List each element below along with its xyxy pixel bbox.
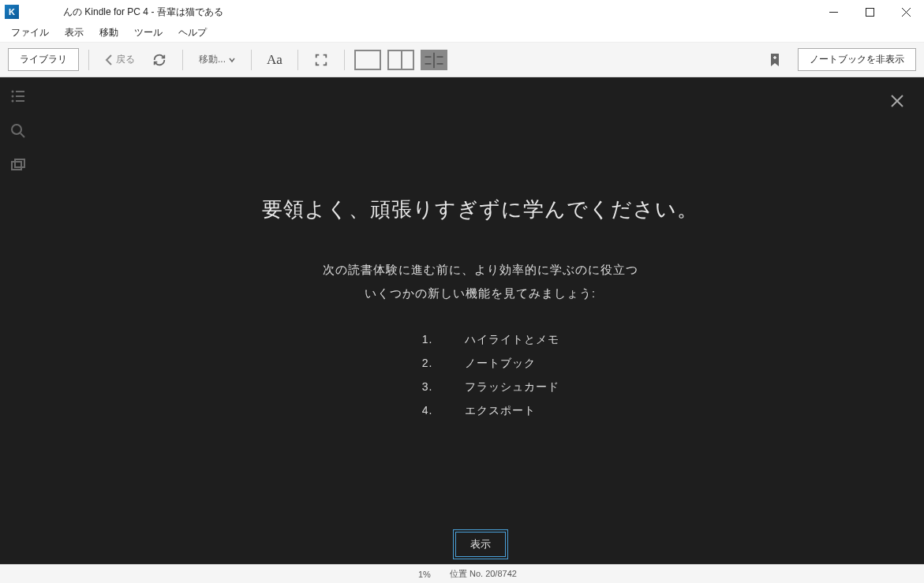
grid-icon xyxy=(422,51,446,69)
double-page-button[interactable] xyxy=(387,50,414,70)
fullscreen-button[interactable] xyxy=(308,48,335,72)
left-rail xyxy=(0,77,36,564)
single-page-button[interactable] xyxy=(354,50,381,70)
separator xyxy=(88,50,89,70)
menu-tools[interactable]: ツール xyxy=(126,24,170,42)
feature-num: 3. xyxy=(402,380,433,394)
separator xyxy=(251,50,252,70)
toc-icon[interactable] xyxy=(10,88,26,104)
svg-point-15 xyxy=(12,100,14,103)
back-label: 戻る xyxy=(116,53,135,66)
menu-file[interactable]: ファイル xyxy=(3,24,57,42)
svg-line-18 xyxy=(21,133,24,137)
library-button[interactable]: ライブラリ xyxy=(8,48,79,71)
svg-rect-20 xyxy=(15,159,24,167)
search-icon[interactable] xyxy=(10,123,26,139)
separator xyxy=(344,50,345,70)
svg-rect-1 xyxy=(866,8,873,16)
app-icon: K xyxy=(5,5,19,19)
sync-button[interactable] xyxy=(146,48,173,72)
expand-icon xyxy=(314,53,328,67)
progress-percent: 1% xyxy=(418,570,431,579)
window-close-button[interactable] xyxy=(888,0,924,24)
chevron-left-icon xyxy=(105,54,113,65)
svg-point-11 xyxy=(12,91,14,93)
feature-num: 4. xyxy=(402,404,433,418)
font-settings-button[interactable]: Aa xyxy=(261,48,288,72)
goto-label: 移動... xyxy=(199,53,226,66)
window-maximize-button[interactable] xyxy=(851,0,888,24)
svg-rect-19 xyxy=(12,162,21,170)
svg-point-17 xyxy=(12,125,21,134)
notebook-toggle-button[interactable]: ノートブックを非表示 xyxy=(798,48,916,71)
svg-point-13 xyxy=(12,95,14,98)
menubar: ファイル 表示 移動 ツール ヘルプ xyxy=(0,24,924,43)
goto-dropdown[interactable]: 移動... xyxy=(193,50,241,69)
separator xyxy=(297,50,298,70)
window-minimize-button[interactable] xyxy=(815,0,851,24)
page-layout-group xyxy=(354,50,447,70)
position-indicator: 位置 No. 20/8742 xyxy=(450,568,517,580)
feature-label: フラッシュカード xyxy=(465,380,559,394)
bookmark-button[interactable] xyxy=(769,53,780,67)
scroll-page-button[interactable] xyxy=(421,50,447,70)
show-button[interactable]: 表示 xyxy=(455,532,506,557)
feature-num: 2. xyxy=(402,357,433,371)
menu-goto[interactable]: 移動 xyxy=(92,24,126,42)
statusbar: 1% 位置 No. 20/8742 xyxy=(0,564,924,583)
close-icon[interactable] xyxy=(889,93,905,109)
content-area: 要領よく、頑張りすぎずに学んでください。 次の読書体験に進む前に、より効率的に学… xyxy=(0,77,924,564)
window-titlebar: K んの Kindle for PC 4 - 吾輩は猫である xyxy=(0,0,924,24)
tutorial-overlay: 要領よく、頑張りすぎずに学んでください。 次の読書体験に進む前に、より効率的に学… xyxy=(36,77,924,564)
refresh-icon xyxy=(152,53,166,67)
feature-label: ノートブック xyxy=(465,357,559,371)
toolbar: ライブラリ 戻る 移動... Aa ノー xyxy=(0,43,924,77)
flashcards-icon[interactable] xyxy=(10,158,26,174)
back-button[interactable]: 戻る xyxy=(99,50,141,69)
feature-label: エクスポート xyxy=(465,404,559,418)
chevron-down-icon xyxy=(229,57,235,63)
feature-list: 1. ハイライトとメモ 2. ノートブック 3. フラッシュカード 4. エクス… xyxy=(402,333,559,418)
overlay-description: 次の読書体験に進む前に、より効率的に学ぶのに役立つ いくつかの新しい機能を見てみ… xyxy=(323,258,638,306)
feature-num: 1. xyxy=(402,333,433,347)
window-title: んの Kindle for PC 4 - 吾輩は猫である xyxy=(24,6,815,19)
overlay-title: 要領よく、頑張りすぎずに学んでください。 xyxy=(262,196,698,223)
menu-view[interactable]: 表示 xyxy=(57,24,92,42)
menu-help[interactable]: ヘルプ xyxy=(170,24,215,42)
separator xyxy=(182,50,183,70)
feature-label: ハイライトとメモ xyxy=(465,333,559,347)
